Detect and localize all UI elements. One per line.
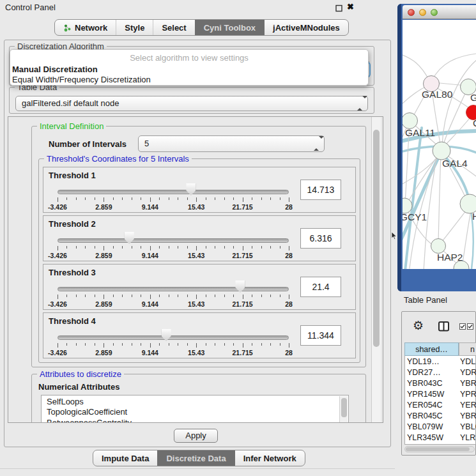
cell-shared-name: YBR045C: [407, 411, 443, 421]
table-row[interactable]: YER054CYER0: [404, 400, 476, 411]
slider-tick-label: 9.144: [142, 300, 158, 308]
table-row[interactable]: YBR045CYBR0: [404, 411, 476, 422]
algorithm-option-equal-width-frequency-discretization[interactable]: Equal Width/Frequency Discretization: [12, 75, 151, 84]
slider-tick: [261, 246, 262, 249]
tab-impute-data[interactable]: Impute Data: [93, 450, 157, 466]
column-header-shared-name[interactable]: shared…: [404, 342, 459, 356]
slider-tick: [270, 197, 271, 200]
slider-tick: [196, 295, 197, 299]
slider-tick: [159, 246, 160, 249]
vertical-scrollbar[interactable]: [371, 117, 381, 422]
column-header-name[interactable]: n: [459, 342, 476, 356]
tab-cyni-toolbox[interactable]: Cyni Toolbox: [195, 20, 264, 35]
slider-tick: [95, 295, 95, 297]
slider-tick: [187, 246, 188, 249]
mouse-cursor: [391, 231, 397, 243]
slider-tick: [104, 343, 104, 348]
threshold-slider-track[interactable]: [58, 238, 289, 243]
table-row[interactable]: YBR043CYBR0: [404, 378, 476, 389]
slider-tick: [252, 197, 252, 200]
threshold-value-field[interactable]: 14.713: [300, 180, 341, 200]
slider-tick: [280, 295, 280, 297]
table-rows: YDL19…YDL1YDR27…YDR2YBR043CYBR0YPR145WYP…: [404, 357, 476, 444]
slider-tick: [169, 197, 169, 200]
number-of-intervals-label: Number of Intervals: [49, 139, 127, 149]
tab-network[interactable]: Network: [55, 20, 116, 35]
network-node-gal4[interactable]: [433, 142, 450, 160]
tab-jactivemnodules[interactable]: jActiveMNodules: [264, 20, 348, 35]
combobox-stepper-icon: [357, 96, 362, 111]
network-node-gal11[interactable]: [403, 113, 418, 129]
list-scrollbar[interactable]: [339, 396, 348, 423]
number-of-intervals-combobox[interactable]: 5: [138, 135, 325, 152]
tab-style[interactable]: Style: [116, 20, 153, 35]
network-edge[interactable]: [462, 208, 472, 266]
slider-tick: [122, 197, 123, 200]
slider-tick-label: -3.426: [48, 349, 67, 357]
threshold-card: Threshold 3-3.4262.8599.14415.4321.71528…: [43, 264, 356, 310]
threshold-value-field[interactable]: 21.4: [300, 277, 341, 297]
node-label: GAL4: [442, 158, 468, 169]
list-item[interactable]: TopologicalCoefficient: [47, 407, 348, 417]
node-label: H: [472, 211, 476, 222]
network-edge[interactable]: [403, 55, 429, 81]
slider-tick-label: 21.715: [233, 203, 253, 211]
network-edge[interactable]: [441, 208, 468, 243]
slider-tick: [243, 343, 243, 348]
close-icon[interactable]: ✖: [347, 2, 356, 11]
slider-tick: [252, 246, 252, 249]
tab-discretize-data[interactable]: Discretize Data: [157, 450, 234, 466]
slider-tick: [224, 343, 225, 346]
tab-select[interactable]: Select: [153, 20, 194, 35]
gear-icon[interactable]: ⚙: [413, 319, 424, 333]
slider-tick: [178, 295, 178, 297]
table-row[interactable]: YLR345WYLR3: [404, 433, 476, 443]
slider-tick: [95, 343, 95, 346]
list-item[interactable]: SelfLoops: [47, 397, 348, 407]
scrollbar-thumb[interactable]: [406, 447, 470, 451]
network-canvas[interactable]: GAL80GCGAL11GAL4GCY1HHAP2: [403, 20, 476, 269]
minimize-traffic-light-icon[interactable]: [419, 9, 426, 16]
network-edge[interactable]: [438, 155, 441, 243]
node-label: C: [473, 118, 476, 128]
table-data-combobox[interactable]: galFiltered.sif default node: [15, 96, 368, 111]
cell-shared-name: YBL079W: [407, 422, 443, 432]
algorithm-option-manual-discretization[interactable]: Manual Discretization: [12, 65, 98, 74]
table-row[interactable]: YDL19…YDL1: [404, 357, 476, 367]
cell-name: YDL1: [460, 357, 476, 367]
select-columns-checkboxes[interactable]: [459, 323, 473, 330]
close-traffic-light-icon[interactable]: [408, 9, 415, 16]
horizontal-scrollbar[interactable]: [404, 446, 475, 452]
slider-tick: [289, 197, 289, 202]
cell-shared-name: YLR345W: [407, 433, 443, 443]
apply-button[interactable]: Apply: [174, 429, 218, 443]
numerical-attributes-list[interactable]: SelfLoopsTopologicalCoefficientBetweenne…: [41, 395, 349, 423]
tab-infer-network[interactable]: Infer Network: [234, 450, 305, 466]
slider-tick: [178, 343, 178, 346]
table-row[interactable]: YPR145WYPR1: [404, 389, 476, 400]
threshold-slider-track[interactable]: [58, 287, 289, 291]
table-row[interactable]: YBL079WYBL0: [404, 422, 476, 433]
slider-tick-label: 2.859: [95, 349, 112, 357]
slider-tick: [159, 295, 160, 297]
zoom-traffic-light-icon[interactable]: [431, 9, 438, 16]
threshold-value-field[interactable]: 6.316: [300, 228, 341, 249]
float-window-icon[interactable]: [335, 4, 344, 13]
threshold-value-field[interactable]: 11.344: [300, 325, 341, 346]
table-row[interactable]: YDR27…YDR2: [404, 367, 476, 378]
split-columns-icon[interactable]: [438, 321, 449, 334]
slider-tick-label: 21.715: [233, 252, 253, 259]
slider-tick: [261, 343, 262, 346]
app-root: Control Panel ✖ NetworkStyleSelectCyni T…: [0, 0, 476, 476]
threshold-slider-track[interactable]: [58, 335, 289, 340]
threshold-slider-track[interactable]: [58, 190, 289, 194]
table-row[interactable]: YIL052CYIL0: [404, 443, 476, 444]
slider-tick: [169, 246, 169, 249]
list-item[interactable]: BetweennessCentrality: [47, 418, 348, 423]
tab-label: Infer Network: [243, 454, 296, 463]
slider-tick: [233, 295, 234, 297]
slider-tick: [58, 295, 58, 299]
slider-tick: [141, 295, 141, 297]
scrollbar-thumb[interactable]: [373, 130, 380, 347]
network-window-titlebar[interactable]: [403, 5, 476, 19]
